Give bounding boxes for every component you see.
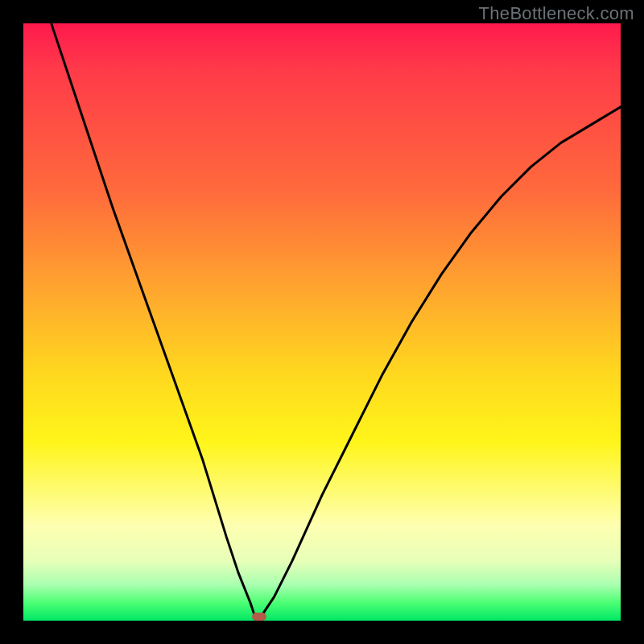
chart-frame: TheBottleneck.com	[0, 0, 644, 644]
watermark-text: TheBottleneck.com	[479, 3, 634, 24]
minimum-marker	[252, 613, 266, 621]
bottleneck-curve	[23, 23, 621, 621]
curve-path	[23, 0, 621, 621]
plot-outer	[23, 23, 621, 621]
